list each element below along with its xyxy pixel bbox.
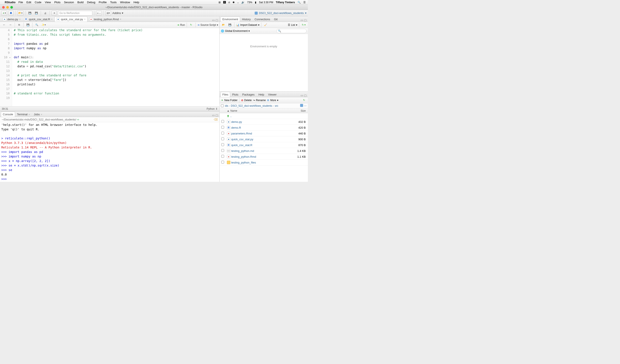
delete-button[interactable]: ⊘ Delete (241, 99, 252, 102)
file-row[interactable]: MD testing_python.md1.4 KB (219, 148, 308, 154)
refresh-env-button[interactable]: ↻ ▾ (301, 23, 307, 27)
minimize-pane-icon[interactable]: ▭ (212, 114, 215, 117)
file-row[interactable]: R quick_csv_stat.R870 B (219, 142, 308, 148)
tab-history[interactable]: History (240, 16, 252, 22)
list-view-selector[interactable]: ☰ List ▾ (288, 23, 297, 27)
minimize-pane-icon[interactable]: ▭ (301, 18, 303, 22)
docker-icon[interactable]: ⊞ (218, 1, 221, 4)
close-tab-icon[interactable]: × (51, 18, 53, 20)
maximize-pane-icon[interactable]: ▢ (216, 114, 218, 117)
project-selector[interactable]: DSCI_522_dsci-workflows_students ▾ (255, 11, 307, 15)
version-control-button[interactable]: ⎆ ▾ (96, 11, 102, 15)
addins-menu[interactable]: Addins ▾ (112, 11, 123, 15)
forward-button[interactable]: ➡ (8, 23, 13, 27)
goto-button[interactable]: ➜ (51, 11, 57, 15)
close-tab-icon[interactable]: × (19, 18, 20, 20)
tab-files[interactable]: Files (220, 92, 230, 97)
close-icon[interactable]: × (29, 113, 30, 116)
file-row[interactable]: ● demo.py432 B (219, 119, 308, 125)
source-script-button[interactable]: ➔Source Script ▾ (197, 23, 218, 27)
menu-edit[interactable]: Edit (27, 1, 31, 4)
language-selector[interactable]: Python ⇕ (207, 107, 218, 110)
wifi-icon[interactable]: ⌵ (237, 1, 239, 4)
more-path-icon[interactable]: ⋯ (304, 104, 307, 107)
maximize-pane-icon[interactable]: ▢ (216, 18, 218, 22)
battery-icon[interactable]: ▮ (255, 1, 256, 4)
rerun-button[interactable]: ↻ (188, 23, 194, 27)
user-name[interactable]: Tiffany Timbers (276, 1, 295, 4)
files-breadcrumb[interactable]: ids› DSCI_522_dsci-workflows_students› s… (219, 103, 308, 108)
refresh-files-button[interactable]: ↻ (301, 98, 307, 103)
close-icon[interactable]: × (41, 113, 42, 116)
datetime[interactable]: Sat 3:30 PM (259, 1, 273, 4)
close-tab-icon[interactable]: × (84, 18, 85, 20)
tab-help[interactable]: Help (256, 92, 266, 97)
rename-button[interactable]: ↪ Rename (253, 99, 266, 102)
app-name[interactable]: RStudio (5, 1, 16, 4)
file-checkbox[interactable] (221, 132, 224, 135)
back-button[interactable]: ⬅ (1, 23, 6, 27)
import-dataset-button[interactable]: 📊 Import Dataset ▾ (236, 23, 259, 27)
input-icon[interactable]: 🅱 (223, 1, 226, 4)
file-checkbox[interactable] (221, 161, 224, 164)
minimize-pane-icon[interactable]: ▭ (301, 94, 303, 97)
save-source-button[interactable]: 💾 (25, 23, 31, 27)
file-checkbox[interactable] (221, 120, 224, 123)
menu-build[interactable]: Build (77, 1, 84, 4)
show-in-new-window-button[interactable]: ⧉ (16, 23, 22, 27)
tab-environment[interactable]: Environment (220, 16, 240, 22)
volume-icon[interactable]: 🔊 (241, 1, 245, 4)
run-button[interactable]: ➔Run (177, 23, 185, 27)
file-checkbox[interactable] (221, 126, 224, 129)
source-tab[interactable]: ●quick_csv_stat.py× (54, 16, 87, 22)
tab-plots[interactable]: Plots (230, 92, 240, 97)
menu-tools[interactable]: Tools (110, 1, 116, 4)
sort-by-name[interactable]: ▲ Name (226, 109, 293, 112)
tab-viewer[interactable]: Viewer (266, 92, 279, 97)
env-search-input[interactable]: 🔍 (277, 29, 307, 33)
save-all-button[interactable]: 💾 (34, 11, 39, 15)
zoom-window-button[interactable] (10, 6, 13, 9)
menu-view[interactable]: View (45, 1, 51, 4)
menu-file[interactable]: File (18, 1, 23, 4)
tab-connections[interactable]: Connections (252, 16, 272, 22)
clear-console-button[interactable]: ⌫ (214, 118, 218, 121)
battery-percent[interactable]: 73% (247, 1, 252, 4)
clear-env-button[interactable]: 🧹 (263, 23, 268, 27)
bluetooth-icon[interactable]: ✱ (232, 1, 235, 4)
spotlight-icon[interactable]: 🔍 (297, 1, 301, 4)
menu-profile[interactable]: Profile (99, 1, 107, 4)
console-output[interactable]: 'help.start()' for an HTML browser inter… (0, 122, 219, 182)
code-editor[interactable]: 45678910 ▾111213141516171819 # This scri… (0, 28, 219, 106)
notification-center-icon[interactable]: ☰ (303, 1, 306, 4)
minimize-pane-icon[interactable]: ▭ (212, 18, 215, 22)
env-scope-selector[interactable]: 🌐 Global Environment ▾ (221, 30, 250, 32)
save-button[interactable]: 💾 (27, 11, 32, 15)
menu-window[interactable]: Window (120, 1, 130, 4)
file-checkbox[interactable] (221, 137, 224, 140)
panes-button[interactable]: ▦ ▾ (106, 11, 111, 15)
file-row[interactable]: ● quick_csv_stat.py900 B (219, 136, 308, 142)
menu-plots[interactable]: Plots (54, 1, 61, 4)
file-row[interactable]: ● parameters.Rmd440 B (219, 131, 308, 136)
new-file-button[interactable]: ＋▾ (1, 11, 7, 15)
tab-jobs[interactable]: Jobs× (32, 112, 44, 117)
minimize-window-button[interactable] (6, 6, 9, 9)
save-workspace-button[interactable]: 💾 (227, 23, 232, 27)
tab-terminal[interactable]: Terminal× (15, 112, 32, 117)
find-button[interactable]: 🔍 (34, 23, 39, 27)
file-checkbox[interactable] (221, 155, 224, 158)
file-row[interactable]: R demo.R420 B (219, 125, 308, 131)
menu-debug[interactable]: Debug (87, 1, 95, 4)
maximize-pane-icon[interactable]: ▢ (304, 94, 307, 97)
menu-code[interactable]: Code (35, 1, 41, 4)
file-up[interactable]: ⬆ .. (219, 113, 308, 119)
select-all-checkbox[interactable] (221, 104, 224, 107)
file-row[interactable]: testing_python_files (219, 160, 308, 166)
goto-file-input[interactable]: Go to file/function (58, 11, 92, 15)
source-tab[interactable]: ●demo.py× (1, 16, 22, 22)
more-button[interactable]: ⚙ More ▾ (267, 99, 278, 102)
source-tab[interactable]: ●testing_python.Rmd× (87, 16, 123, 22)
sort-by-size[interactable]: Size (293, 109, 308, 112)
open-file-button[interactable]: 📂▾ (17, 11, 24, 15)
